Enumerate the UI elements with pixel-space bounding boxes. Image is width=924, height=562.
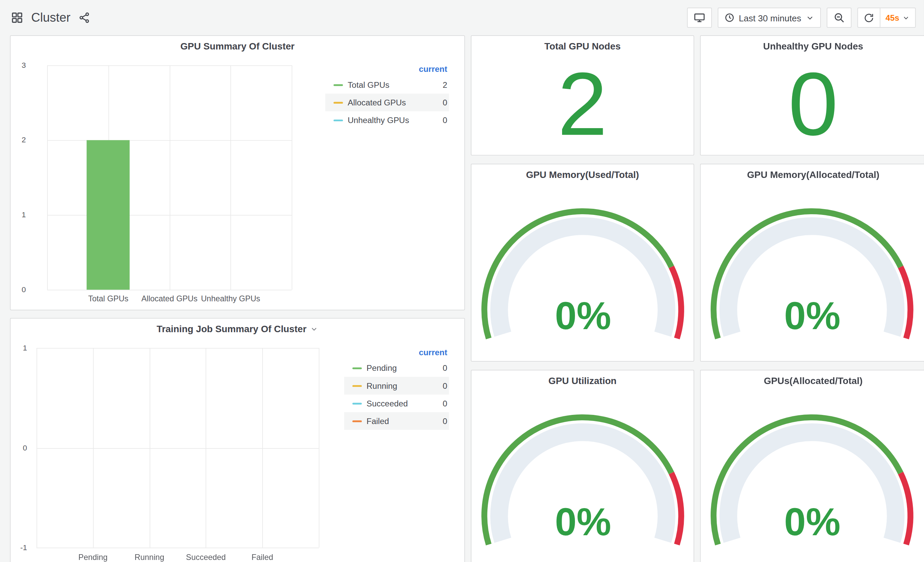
series-color-dash <box>352 367 362 369</box>
legend-current-value: 0 <box>442 98 447 107</box>
legend-row: Allocated GPUs0 <box>325 94 449 111</box>
legend-row: Running0 <box>344 377 449 395</box>
legend-row: Total GPUs2 <box>325 76 449 94</box>
dashboard-page: Cluster <box>0 0 924 562</box>
gridline <box>150 348 150 548</box>
gauge-gpu-memory-used: 0% <box>471 164 694 362</box>
chart-legend: currentTotal GPUs2Allocated GPUs0Unhealt… <box>325 62 449 129</box>
gauge-value: 0% <box>471 296 694 335</box>
stat-value: 2 <box>471 52 694 155</box>
y-axis-tick-label: 0 <box>10 443 27 453</box>
panel-unhealthy-gpu-nodes: Unhealthy GPU Nodes 0 <box>700 35 924 155</box>
legend-series-label[interactable]: Total GPUs <box>348 80 389 90</box>
gauge-gpus-allocated: 0% <box>701 371 924 562</box>
gauge-value: 0% <box>701 502 924 541</box>
gridline <box>292 66 292 290</box>
series-color-dash <box>333 119 343 121</box>
gridline <box>37 548 319 549</box>
y-axis-tick-label: 1 <box>10 209 26 220</box>
panel-title[interactable]: Total GPU Nodes <box>471 40 694 53</box>
gauge-value: 0% <box>471 502 694 541</box>
gridline <box>169 66 170 290</box>
y-axis-tick-label: -1 <box>10 543 27 553</box>
gauge-gpu-memory-allocated: 0% <box>701 164 924 362</box>
legend-current-value: 2 <box>442 80 447 90</box>
gridline <box>206 348 207 548</box>
panel-gpu-utilization: GPU Utilization 0% <box>471 370 694 562</box>
gauge-value: 0% <box>701 296 924 335</box>
y-axis-tick-label: 3 <box>10 60 26 70</box>
y-axis-tick-label: 2 <box>10 135 26 145</box>
legend-series-label[interactable]: Unhealthy GPUs <box>348 115 409 125</box>
gridline <box>37 348 38 548</box>
gridline <box>262 348 263 548</box>
legend-header-current[interactable]: current <box>325 62 449 76</box>
gridline <box>37 348 319 349</box>
legend-current-value: 0 <box>442 381 447 390</box>
series-color-dash <box>352 385 362 386</box>
panel-training-summary: Training Job Summary Of Cluster 10-1Pend… <box>10 318 465 562</box>
legend-series-label[interactable]: Running <box>367 381 398 390</box>
legend-current-value: 0 <box>442 115 447 125</box>
legend-header-current[interactable]: current <box>344 345 449 359</box>
panel-title[interactable]: Unhealthy GPU Nodes <box>701 40 924 53</box>
series-color-dash <box>352 420 362 422</box>
gauge-gpu-utilization: 0% <box>471 371 694 562</box>
panel-gpus-allocated: GPUs(Allocated/Total) 0% <box>700 370 924 562</box>
series-color-dash <box>352 402 362 404</box>
legend-row: Unhealthy GPUs0 <box>325 111 449 129</box>
stat-value: 0 <box>701 52 924 155</box>
y-axis-tick-label: 0 <box>10 284 26 295</box>
legend-series-label[interactable]: Pending <box>367 363 397 373</box>
dashboard-grid: GPU Summary Of Cluster 0123Total GPUsAll… <box>0 0 924 562</box>
legend-row: Failed0 <box>344 412 449 430</box>
gridline <box>37 448 319 448</box>
x-axis-tick-label: Failed <box>221 552 304 562</box>
panel-gpu-memory-allocated: GPU Memory(Allocated/Total) 0% <box>700 164 924 362</box>
x-axis-tick-label: Unhealthy GPUs <box>189 294 272 304</box>
gridline <box>47 66 48 290</box>
series-color-dash <box>333 102 343 103</box>
y-axis-tick-label: 1 <box>10 343 27 353</box>
legend-row: Succeeded0 <box>344 395 449 412</box>
legend-series-label[interactable]: Allocated GPUs <box>348 98 406 107</box>
legend-series-label[interactable]: Failed <box>367 416 389 426</box>
panel-total-gpu-nodes: Total GPU Nodes 2 <box>471 35 694 155</box>
gridline <box>47 290 292 290</box>
legend-current-value: 0 <box>442 399 447 408</box>
chart-legend: currentPending0Running0Succeeded0Failed0 <box>344 345 449 430</box>
series-color-dash <box>333 84 343 86</box>
legend-current-value: 0 <box>442 363 447 373</box>
grafana-dashboard-window: Cluster <box>0 0 924 562</box>
gridline <box>231 66 231 290</box>
panel-gpu-memory-used: GPU Memory(Used/Total) 0% <box>471 164 694 362</box>
legend-current-value: 0 <box>442 416 447 426</box>
bar <box>87 140 130 290</box>
gridline <box>93 348 94 548</box>
panel-gpu-summary: GPU Summary Of Cluster 0123Total GPUsAll… <box>10 35 465 310</box>
legend-series-label[interactable]: Succeeded <box>367 399 408 408</box>
gridline <box>319 348 320 548</box>
legend-row: Pending0 <box>344 359 449 377</box>
